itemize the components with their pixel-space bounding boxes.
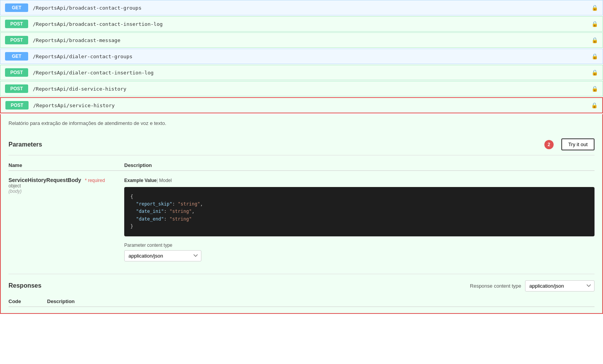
param-desc-col: Example Value Model { "report_skip": "st… bbox=[124, 177, 595, 261]
code-block: { "report_skip": "string", "date_ini": "… bbox=[124, 187, 595, 236]
method-badge-post: POST bbox=[5, 36, 28, 44]
code-col-header: Code bbox=[8, 298, 47, 304]
api-row-post-dialer-contact-insertion-log[interactable]: POST /ReportsApi/dialer-contact-insertio… bbox=[0, 65, 603, 80]
response-content-type: Response content type application/json bbox=[470, 280, 595, 292]
lock-icon-highlighted: 🔒 bbox=[591, 102, 598, 108]
param-type: object bbox=[8, 183, 124, 189]
method-badge-post: POST bbox=[5, 84, 28, 93]
expanded-inner: Relatório para extração de informações d… bbox=[1, 114, 602, 313]
example-tabs: Example Value Model bbox=[124, 177, 595, 184]
param-name: ServiceHistoryRequestBody bbox=[8, 177, 81, 183]
lock-icon: 🔒 bbox=[591, 69, 598, 76]
api-row-get-broadcast-contact-groups[interactable]: GET /ReportsApi/broadcast-contact-groups… bbox=[0, 0, 603, 15]
method-badge-get: GET bbox=[5, 52, 28, 61]
api-path: /ReportsApi/dialer-contact-groups bbox=[33, 54, 591, 59]
method-badge-post-highlighted: POST bbox=[5, 101, 29, 110]
content-type-section: Parameter content type application/json bbox=[124, 243, 595, 261]
params-table-row: ServiceHistoryRequestBody * required obj… bbox=[8, 171, 595, 268]
api-row-get-dialer-contact-groups[interactable]: GET /ReportsApi/dialer-contact-groups 🔒 bbox=[0, 49, 603, 64]
model-tab[interactable]: Model bbox=[157, 177, 172, 184]
try-it-out-button[interactable]: Try it out bbox=[561, 138, 595, 150]
method-badge-post: POST bbox=[5, 68, 28, 77]
api-path: /ReportsApi/broadcast-contact-insertion-… bbox=[33, 21, 591, 27]
parameters-title: Parameters bbox=[8, 141, 42, 148]
code-table-header: Code Description bbox=[8, 296, 595, 307]
col-header-name: Name bbox=[8, 162, 124, 168]
content-type-label: Parameter content type bbox=[124, 243, 595, 248]
responses-section: Responses Response content type applicat… bbox=[8, 274, 595, 307]
param-location: (body) bbox=[8, 189, 124, 194]
api-path: /ReportsApi/broadcast-contact-groups bbox=[33, 5, 591, 11]
step-2-circle: 2 bbox=[544, 140, 554, 149]
highlighted-row-wrapper: 1 POST /ReportsApi/service-history 🔒 bbox=[0, 97, 603, 113]
api-path-highlighted: /ReportsApi/service-history bbox=[33, 103, 591, 108]
content-type-select[interactable]: application/json bbox=[124, 250, 201, 261]
lock-icon: 🔒 bbox=[591, 5, 598, 11]
lock-icon: 🔒 bbox=[591, 21, 598, 27]
api-list: GET /ReportsApi/broadcast-contact-groups… bbox=[0, 0, 603, 314]
api-row-post-service-history-highlighted[interactable]: POST /ReportsApi/service-history 🔒 bbox=[0, 97, 603, 113]
param-name-col: ServiceHistoryRequestBody * required obj… bbox=[8, 177, 124, 261]
col-header-description: Description bbox=[124, 162, 595, 168]
description-col-header: Description bbox=[47, 298, 595, 304]
response-content-type-label: Response content type bbox=[470, 283, 521, 289]
api-path: /ReportsApi/dialer-contact-insertion-log bbox=[33, 70, 591, 76]
lock-icon: 🔒 bbox=[591, 37, 598, 43]
api-path: /ReportsApi/did-service-history bbox=[33, 86, 591, 92]
lock-icon: 🔒 bbox=[591, 86, 598, 92]
param-required: * required bbox=[85, 178, 105, 183]
method-badge-post: POST bbox=[5, 20, 28, 28]
responses-title: Responses bbox=[8, 282, 41, 289]
example-value-tab[interactable]: Example Value bbox=[124, 177, 157, 184]
api-row-post-broadcast-message[interactable]: POST /ReportsApi/broadcast-message 🔒 bbox=[0, 32, 603, 48]
api-path: /ReportsApi/broadcast-message bbox=[33, 37, 591, 43]
expanded-section: Relatório para extração de informações d… bbox=[0, 114, 603, 314]
params-table: Name Description ServiceHistoryRequestBo… bbox=[8, 160, 595, 268]
lock-icon: 🔒 bbox=[591, 53, 598, 59]
api-description: Relatório para extração de informações d… bbox=[8, 120, 595, 126]
api-row-post-did-service-history[interactable]: POST /ReportsApi/did-service-history 🔒 bbox=[0, 81, 603, 96]
response-content-type-select[interactable]: application/json bbox=[525, 280, 595, 292]
param-name-line: ServiceHistoryRequestBody * required bbox=[8, 177, 124, 183]
params-table-header: Name Description bbox=[8, 160, 595, 171]
method-badge-get: GET bbox=[5, 3, 28, 12]
parameters-header: Parameters 2 Try it out bbox=[8, 134, 595, 155]
api-row-post-broadcast-contact-insertion-log[interactable]: POST /ReportsApi/broadcast-contact-inser… bbox=[0, 16, 603, 32]
responses-header: Responses Response content type applicat… bbox=[8, 280, 595, 292]
